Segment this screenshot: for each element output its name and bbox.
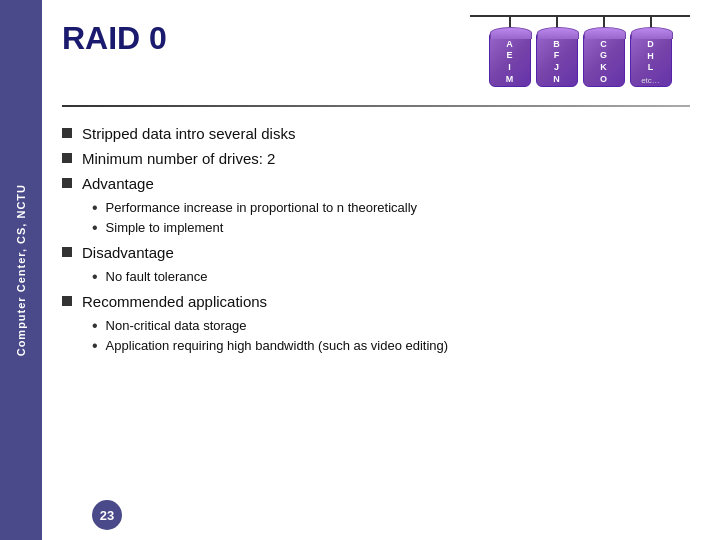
bullet-icon-3 (62, 178, 72, 188)
bullet-advantage: Advantage (62, 175, 690, 192)
bullet-icon-1 (62, 128, 72, 138)
bullet-label-3: Advantage (82, 175, 154, 192)
disk-d: DHL etc… (630, 17, 672, 87)
disk-body-d: DHL etc… (630, 32, 672, 87)
main-content: RAID 0 AEIM BFJN (42, 0, 720, 540)
disadvantage-sub-list: • No fault tolerance (92, 269, 690, 285)
recommended-sub-list: • Non-critical data storage • Applicatio… (92, 318, 690, 354)
bullet-stripped: Stripped data intro several disks (62, 125, 690, 142)
bullet-label-2: Minimum number of drives: 2 (82, 150, 275, 167)
sub-dot-4: • (92, 318, 98, 334)
disk-body-b: BFJN (536, 32, 578, 87)
sub-dot-1: • (92, 200, 98, 216)
bullet-recommended: Recommended applications (62, 293, 690, 310)
disk-etc-d: etc… (641, 76, 660, 85)
bullet-disadvantage: Disadvantage (62, 244, 690, 261)
sub-bullet-bandwidth: • Application requiring high bandwidth (… (92, 338, 690, 354)
disk-letters-d: DHL (647, 39, 654, 74)
sidebar: Computer Center, CS, NCTU (0, 0, 42, 540)
sub-dot-2: • (92, 220, 98, 236)
disk-b: BFJN (536, 17, 578, 87)
sub-bullet-noncritical: • Non-critical data storage (92, 318, 690, 334)
sub-bullet-simple: • Simple to implement (92, 220, 690, 236)
advantage-sub-list: • Performance increase in proportional t… (92, 200, 690, 236)
bullet-minimum: Minimum number of drives: 2 (62, 150, 690, 167)
page-number: 23 (92, 500, 122, 530)
content-area: Stripped data intro several disks Minimu… (62, 125, 690, 520)
bullet-icon-2 (62, 153, 72, 163)
disk-top-a (490, 27, 532, 39)
disk-letters-c: CGKO (600, 39, 607, 86)
header-divider (62, 105, 690, 107)
disk-c: CGKO (583, 17, 625, 87)
sub-dot-3: • (92, 269, 98, 285)
sub-label-perf: Performance increase in proportional to … (106, 200, 417, 215)
disk-a: AEIM (489, 17, 531, 87)
sub-label-bandwidth: Application requiring high bandwidth (su… (106, 338, 449, 353)
sub-bullet-perf: • Performance increase in proportional t… (92, 200, 690, 216)
sidebar-label: Computer Center, CS, NCTU (15, 184, 27, 356)
bullet-icon-4 (62, 247, 72, 257)
bullet-icon-5 (62, 296, 72, 306)
disk-top-d (631, 27, 673, 39)
disk-body-c: CGKO (583, 32, 625, 87)
disk-letters-b: BFJN (553, 39, 560, 86)
header-row: RAID 0 AEIM BFJN (62, 20, 690, 87)
page-title: RAID 0 (62, 20, 167, 57)
disk-group: AEIM BFJN CGKO (489, 17, 672, 87)
sub-label-noncritical: Non-critical data storage (106, 318, 247, 333)
bullet-label-5: Recommended applications (82, 293, 267, 310)
raid-diagram: AEIM BFJN CGKO (470, 15, 690, 87)
disk-top-b (537, 27, 579, 39)
sub-dot-5: • (92, 338, 98, 354)
bullet-label-1: Stripped data intro several disks (82, 125, 295, 142)
sub-bullet-nofault: • No fault tolerance (92, 269, 690, 285)
disk-letters-a: AEIM (506, 39, 514, 86)
bullet-label-4: Disadvantage (82, 244, 174, 261)
disk-body-a: AEIM (489, 32, 531, 87)
disk-top-c (584, 27, 626, 39)
sub-label-nofault: No fault tolerance (106, 269, 208, 284)
sub-label-simple: Simple to implement (106, 220, 224, 235)
